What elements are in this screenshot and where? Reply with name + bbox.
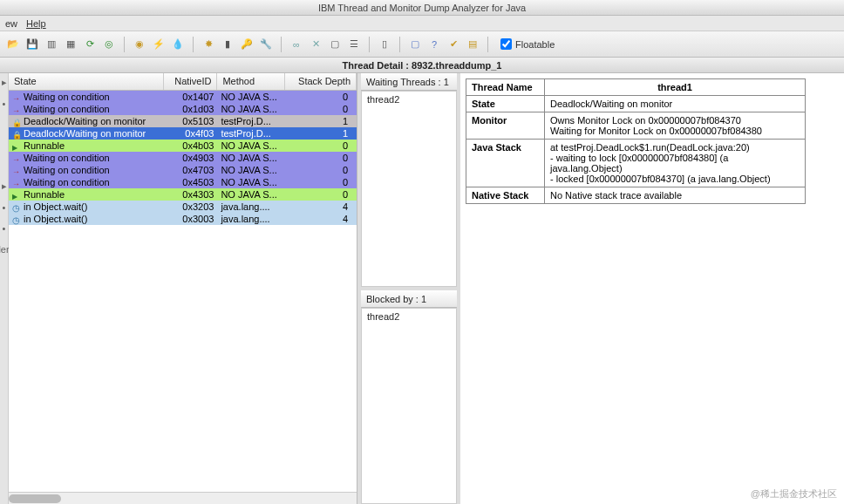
col-stackdepth[interactable]: Stack Depth xyxy=(285,73,357,90)
tool-box-icon[interactable]: ▢ xyxy=(327,37,343,52)
arrow-icon xyxy=(12,166,21,174)
gutter-arrow-icon[interactable]: ▸ xyxy=(2,180,7,192)
tool-bolt-icon[interactable]: ⚡ xyxy=(151,37,167,52)
table-row[interactable]: in Object.wait()0x3203java.lang....4 xyxy=(9,201,357,213)
gutter-dot-icon[interactable]: • xyxy=(3,223,6,234)
td-thread-name: thread1 xyxy=(545,79,806,96)
floatable-label: Floatable xyxy=(515,39,555,50)
menu-view[interactable]: ew xyxy=(5,18,17,29)
row-state: Runnable xyxy=(24,140,65,151)
toolbar-separator xyxy=(399,37,400,52)
th-java-stack: Java Stack xyxy=(466,140,545,187)
floatable-toggle[interactable]: Floatable xyxy=(500,38,555,50)
table-row[interactable]: Deadlock/Waiting on monitor0x5103testPro… xyxy=(9,115,357,127)
gutter-dot-icon[interactable]: • xyxy=(3,99,6,109)
row-depth: 0 xyxy=(285,177,357,187)
tool-key-icon[interactable]: 🔑 xyxy=(239,37,255,52)
tool-wrench-icon[interactable]: 🔧 xyxy=(258,37,274,52)
table-row[interactable]: Waiting on condition0x4503NO JAVA S...0 xyxy=(9,176,357,188)
td-monitor: Owns Monitor Lock on 0x00000007bf084370 … xyxy=(545,112,806,140)
detail-pane: Thread Name thread1 State Deadlock/Waiti… xyxy=(460,73,844,504)
row-state: in Object.wait() xyxy=(24,214,87,224)
tool-link-icon[interactable]: ∞ xyxy=(289,37,304,52)
toolbar-separator xyxy=(369,37,370,52)
tool-globe-icon[interactable]: ◉ xyxy=(132,37,147,52)
tool-db-icon[interactable]: ▮ xyxy=(220,37,235,52)
row-method: NO JAVA S... xyxy=(217,104,285,114)
waiting-threads-header: Waiting Threads : 1 xyxy=(361,73,457,91)
row-nativeid: 0x1d03 xyxy=(164,104,218,114)
blocked-by-list[interactable]: thread2 xyxy=(361,308,457,504)
arrow-icon xyxy=(12,92,21,101)
tool-page-icon[interactable]: ▥ xyxy=(44,37,59,52)
tool-open-icon[interactable]: 📂 xyxy=(5,37,21,52)
row-state: Waiting on condition xyxy=(24,92,110,102)
row-state: Deadlock/Waiting on monitor xyxy=(24,128,146,139)
row-nativeid: 0x4303 xyxy=(164,189,218,200)
row-nativeid: 0x4b03 xyxy=(164,140,218,151)
thread-detail-table: Thread Name thread1 State Deadlock/Waiti… xyxy=(466,78,806,204)
th-monitor: Monitor xyxy=(466,112,545,140)
tool-diskette-icon[interactable]: 💾 xyxy=(24,37,40,52)
menu-bar: ew Help xyxy=(0,16,844,31)
table-row[interactable]: Waiting on condition0x1d03NO JAVA S...0 xyxy=(9,103,357,115)
row-state: Waiting on condition xyxy=(24,153,110,163)
table-row[interactable]: Deadlock/Waiting on monitor0x4f03testPro… xyxy=(9,127,357,140)
row-method: NO JAVA S... xyxy=(217,92,285,102)
tool-check-icon[interactable]: ✔ xyxy=(446,37,461,52)
col-method[interactable]: Method xyxy=(217,73,285,90)
menu-help[interactable]: Help xyxy=(26,18,46,29)
tool-target-icon[interactable]: ◎ xyxy=(101,37,117,52)
td-native-stack: No Native stack trace available xyxy=(545,187,806,204)
blocked-by-header: Blocked by : 1 xyxy=(361,290,457,308)
table-row[interactable]: Waiting on condition0x4703NO JAVA S...0 xyxy=(9,164,357,176)
row-nativeid: 0x3003 xyxy=(164,214,218,224)
arrow-icon xyxy=(12,153,21,162)
gutter-arrow-icon[interactable]: ▸ xyxy=(2,77,7,88)
tool-help-icon[interactable]: ? xyxy=(426,37,442,52)
row-method: NO JAVA S... xyxy=(217,165,285,175)
tool-note-icon[interactable]: ▤ xyxy=(465,37,480,52)
row-method: testProj.D... xyxy=(217,128,285,139)
tool-refresh-icon[interactable]: ⟳ xyxy=(82,37,98,52)
row-depth: 1 xyxy=(285,128,357,139)
tool-cross-icon[interactable]: ✕ xyxy=(308,37,323,52)
tool-list-icon[interactable]: ☰ xyxy=(346,37,362,52)
row-depth: 0 xyxy=(285,153,357,163)
row-nativeid: 0x4703 xyxy=(164,165,218,175)
tool-clip-icon[interactable]: ▯ xyxy=(377,37,392,52)
table-body: Waiting on condition0x1407NO JAVA S...0W… xyxy=(9,91,357,492)
col-nativeid[interactable]: NativeID xyxy=(164,73,218,90)
row-method: java.lang.... xyxy=(217,201,285,212)
tool-drop-icon[interactable]: 💧 xyxy=(170,37,186,52)
td-state: Deadlock/Waiting on monitor xyxy=(545,96,806,112)
toolbar-separator xyxy=(124,37,125,52)
scrollbar-thumb[interactable] xyxy=(9,494,61,503)
row-nativeid: 0x4503 xyxy=(164,177,218,187)
floatable-checkbox[interactable] xyxy=(500,38,512,50)
gutter-dot-icon[interactable]: • xyxy=(3,202,6,213)
col-state[interactable]: State xyxy=(9,73,164,90)
tool-gear-icon[interactable]: ✸ xyxy=(201,37,216,52)
td-java-stack: at testProj.DeadLock$1.run(DeadLock.java… xyxy=(545,140,806,187)
tool-grid-icon[interactable]: ▦ xyxy=(63,37,78,52)
table-row[interactable]: Waiting on condition0x4903NO JAVA S...0 xyxy=(9,152,357,164)
row-depth: 0 xyxy=(285,104,357,114)
lock-icon xyxy=(12,117,21,126)
row-method: NO JAVA S... xyxy=(217,189,285,200)
play-icon xyxy=(12,141,21,150)
waiting-threads-list[interactable]: thread2 xyxy=(361,91,457,287)
horizontal-scrollbar[interactable] xyxy=(9,492,357,504)
tool-monitor-icon[interactable]: ▢ xyxy=(407,37,423,52)
table-row[interactable]: Runnable0x4303NO JAVA S...0 xyxy=(9,188,357,201)
toolbar-separator xyxy=(487,37,488,52)
row-nativeid: 0x4f03 xyxy=(164,128,218,139)
row-nativeid: 0x5103 xyxy=(164,116,218,126)
row-method: NO JAVA S... xyxy=(217,177,285,187)
table-row[interactable]: Waiting on condition0x1407NO JAVA S...0 xyxy=(9,91,357,103)
table-row[interactable]: Runnable0x4b03NO JAVA S...0 xyxy=(9,140,357,152)
detail-header: Thread Detail : 8932.threaddump_1 xyxy=(0,58,844,73)
row-nativeid: 0x1407 xyxy=(164,92,218,102)
table-row[interactable]: in Object.wait()0x3003java.lang....4 xyxy=(9,213,357,225)
window-title: IBM Thread and Monitor Dump Analyzer for… xyxy=(0,0,844,16)
